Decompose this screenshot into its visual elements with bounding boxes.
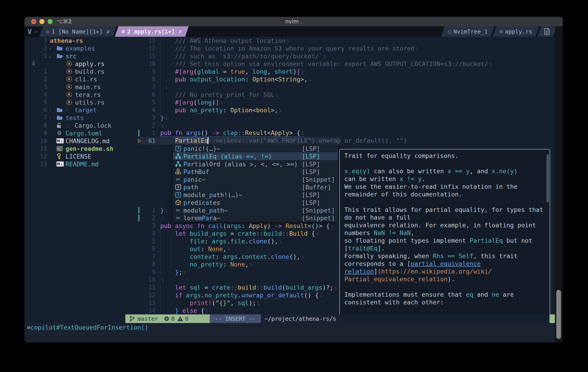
tree-item-target[interactable]: 6› ◌ target (26, 106, 125, 114)
code-line[interactable]: 1}↴ (138, 207, 168, 214)
tab-buffer-1[interactable]: ◇1 [No Name][1+]✗ (39, 26, 116, 37)
tab-close-icon[interactable]: ✗ (178, 28, 182, 35)
code-line[interactable]: 7 context: args.context.clone(),↴ (138, 253, 304, 260)
tree-item-label: utils.rs (75, 99, 105, 106)
completion-item[interactable]: PathBuf[LSP] (173, 168, 338, 175)
code-line[interactable]: 5 file: args.file.clone(),↴ (138, 237, 283, 245)
rust-icon: R (66, 68, 72, 75)
code-line[interactable]: 10 /// Set this option via environment v… (138, 60, 492, 68)
completion-item[interactable]: ?path[Buffer] (173, 183, 338, 191)
cmdline-area: =copilot#TextQueuedForInsertion() (24, 323, 555, 342)
folder-open-icon (56, 53, 63, 59)
code-line[interactable]: 4 pub no_pretty: Option<bool>,↴ (138, 106, 283, 114)
terminal-scrollbar-thumb[interactable] (556, 290, 561, 339)
sign-column: ▷ (138, 137, 143, 145)
completion-item[interactable]: predicates[LSP] (173, 199, 338, 207)
path-label: ~/project/athena-rs/s (264, 316, 336, 322)
code-line[interactable]: 8 pub output_location: Option<String>,↴ (138, 75, 312, 83)
tree-item-gen-readme.sh[interactable]: 11 >_gen-readme.sh (26, 145, 125, 153)
doc-link[interactable]: partial equivalence (411, 260, 481, 267)
tree-item-src[interactable]: 1⌄ src (26, 52, 125, 60)
code-text: } else {↴ (160, 307, 209, 314)
tree-line-number: 3 (29, 37, 47, 44)
code-line[interactable]: 8 no_pretty: None,↴ (138, 260, 253, 268)
code-line[interactable]: 12 /// The location in Amazon S3 where y… (138, 44, 419, 52)
tree-item-athena-rs[interactable]: 3athena-rs (26, 37, 125, 44)
sign-column (138, 307, 143, 314)
completion-source: [Snippet] (302, 215, 335, 222)
tree-item-apply.rs[interactable]: 4 Rapply.rs (26, 60, 125, 68)
code-line[interactable]: 1pub fn args() -> clap::Result<Apply> {↴ (138, 129, 304, 137)
tree-item-CHANGELOG.md[interactable]: 10 M↓CHANGELOG.md (26, 137, 125, 145)
tree-item-README.md[interactable]: 13 M↓README.md (26, 160, 125, 168)
tree-item-label: target (74, 107, 97, 114)
sign-column (138, 114, 143, 121)
sign-column (138, 60, 143, 68)
git-ignored-badge: ◌ (65, 107, 74, 113)
tree-item-Cargo.lock[interactable]: 8 ◌ Cargo.lock (26, 121, 125, 129)
code-line[interactable]: 9 #[arg(global = true, long, short)]↴ (138, 68, 304, 75)
completion-label: predicates (183, 199, 220, 206)
code-line[interactable]: 12 if args.no_pretty.unwrap_or_default()… (138, 291, 323, 299)
code-line[interactable]: 14 } else {↴ (138, 307, 209, 314)
tree-item-label: src (65, 53, 77, 60)
completion-item[interactable]: ?module_path!(…)~[LSP] (173, 191, 338, 199)
completion-item[interactable]: ✂panic~[Snippet] (173, 175, 338, 183)
eol-marker: ↴ (183, 269, 187, 276)
code-line[interactable]: 4 let build_args = crate::build::Build {… (138, 230, 319, 237)
tree-item-tera.rs[interactable]: 4 Rtera.rs (26, 91, 125, 98)
completion-item[interactable]: ?panic!(…)~[LSP] (173, 145, 338, 153)
doc-link[interactable]: relation (344, 268, 374, 275)
tree-item-cli.rs[interactable]: 2 Rcli.rs (26, 75, 125, 83)
code-line[interactable]: 2↴ (138, 214, 164, 222)
code-line[interactable]: 7 ↴ (138, 83, 168, 91)
code-line[interactable]: ▷61 PartialEq::ne(&env::var("AWS_PROFILE… (138, 137, 407, 145)
code-line[interactable]: 11 let sql = crate::build::build(build_a… (138, 284, 337, 291)
completion-item[interactable]: PartialEq (alias ==, !=)[LSP] (173, 153, 338, 160)
code-line[interactable]: 2↴ (138, 121, 164, 129)
doc-scrollbar[interactable] (546, 154, 549, 203)
sign-column (138, 68, 143, 75)
tree-item-main.rs[interactable]: 3 Rmain.rs (26, 83, 125, 91)
tree-item-tests[interactable]: 7› tests (26, 114, 125, 121)
code-text: pub no_pretty: Option<bool>,↴ (160, 107, 283, 114)
tab-label: 1 [No Name][1+] (52, 28, 103, 35)
tab-buffer-2[interactable]: ⊙2 apply.rs[1+]✗ (115, 26, 189, 37)
code-line[interactable]: 13 print!("{}", sql);↴ (138, 299, 260, 307)
code-line[interactable]: 6 out: None,↴ (138, 245, 231, 253)
sign-column (138, 214, 143, 222)
tabline-file-icon-seg[interactable] (537, 26, 557, 37)
tree-item-examples[interactable]: 2› examples (26, 44, 125, 52)
completion-item[interactable]: PartialOrd (alias >, <, <=, >=)[LSP] (173, 160, 338, 168)
cmdline[interactable]: =copilot#TextQueuedForInsertion() (27, 323, 148, 332)
code-line[interactable]: 3pub async fn call(args: Apply) -> Resul… (138, 222, 334, 230)
tab-nvimtree_1[interactable]: ○NvimTree_1 (441, 26, 494, 37)
completion-label: panic!(…)~ (183, 145, 220, 152)
code-line[interactable]: 5 #[arg(long)]↴ (138, 98, 223, 106)
lock-icon (56, 122, 62, 129)
svg-text:R: R (68, 100, 71, 104)
tree-item-utils.rs[interactable]: 5 Rutils.rs (26, 98, 125, 106)
code-line[interactable]: 10↴ (138, 276, 164, 284)
tree-item-build.rs[interactable]: 1 Rbuild.rs (26, 68, 125, 75)
eol-marker: ↴ (334, 284, 337, 291)
statusline-right-cap (549, 314, 555, 323)
code-line[interactable]: 13 /// AWS Athena output location↴ (138, 37, 290, 44)
tree-item-LICENSE[interactable]: 12 LICENSE (26, 153, 125, 160)
completion-item[interactable]: ✂module_path~[Snippet] (173, 207, 338, 214)
eol-marker: ↴ (315, 230, 319, 237)
git-change-sign (138, 130, 139, 137)
code-line[interactable]: 3}↴ (138, 114, 168, 121)
line-number: 8 (143, 76, 156, 83)
tab-apply.rs[interactable]: ⊙apply.rs (493, 26, 539, 37)
tab-close-icon[interactable]: ✗ (106, 28, 110, 35)
chevron-right-icon: › (49, 115, 56, 121)
code-line[interactable]: 6 /// No pretty print for SQL↴ (138, 91, 279, 98)
code-line[interactable]: 9 };↴ (138, 268, 187, 276)
code-line[interactable]: 11 /// such as `s3://path/to/query/bucke… (138, 52, 327, 60)
vim-logo-glyph: V (28, 28, 32, 36)
completion-item[interactable]: ✂loremPara~[Snippet] (173, 214, 338, 222)
tree-line-number: 3 (29, 84, 47, 90)
tree-item-Cargo.toml[interactable]: 9 ⚙Cargo.toml (26, 129, 125, 137)
cmdline-text: () (141, 324, 148, 331)
